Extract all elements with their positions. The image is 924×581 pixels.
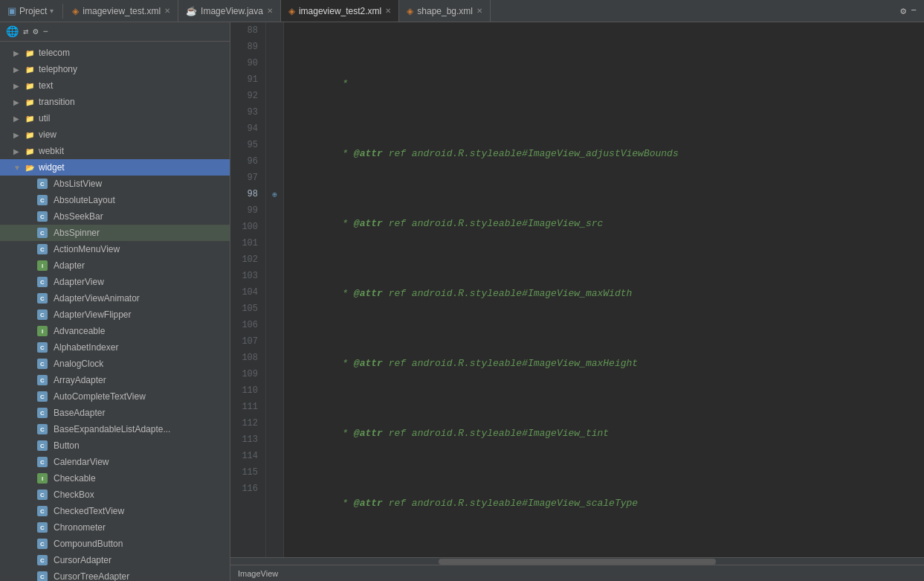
tab-label: ImageView.java bbox=[201, 6, 263, 16]
settings-icon[interactable]: ⚙ bbox=[900, 5, 906, 17]
line-num: 107 bbox=[236, 333, 258, 350]
split-icon[interactable]: ⇄ bbox=[23, 26, 28, 37]
sidebar-item-label: CursorAdapter bbox=[54, 555, 112, 565]
sidebar-item-label: CompoundButton bbox=[54, 539, 123, 549]
sidebar-item-adapterviewanimator[interactable]: ▶ C AdapterViewAnimator bbox=[0, 290, 230, 306]
minimize-icon[interactable]: − bbox=[42, 27, 48, 37]
sidebar-item-baseexpandablelistadapter[interactable]: ▶ C BaseExpandableListAdapte... bbox=[0, 421, 230, 437]
code-line: * @attr ref android.R.styleable#ImageVie… bbox=[290, 426, 924, 442]
close-icon[interactable]: ✕ bbox=[164, 7, 170, 15]
line-numbers: 88 89 90 91 92 93 94 95 96 97 98 99 100 … bbox=[230, 22, 266, 557]
sidebar-item-adapterviewflipper[interactable]: ▶ C AdapterViewFlipper bbox=[0, 306, 230, 323]
sidebar-item-label: widget bbox=[39, 162, 65, 173]
code-token: * bbox=[290, 495, 354, 512]
project-panel-tab[interactable]: ▣ Project ▾ bbox=[0, 0, 61, 22]
globe-icon[interactable]: 🌐 bbox=[6, 25, 19, 38]
line-num: 99 bbox=[236, 202, 258, 219]
close-icon[interactable]: ✕ bbox=[267, 7, 273, 15]
class-icon: C bbox=[37, 309, 48, 320]
sidebar-item-view[interactable]: ▶ 📁 view bbox=[0, 126, 230, 143]
close-icon[interactable]: ✕ bbox=[385, 7, 391, 15]
sidebar-item-telephony[interactable]: ▶ 📁 telephony bbox=[0, 61, 230, 77]
code-content[interactable]: 88 89 90 91 92 93 94 95 96 97 98 99 100 … bbox=[230, 22, 924, 557]
sidebar-item-advanceable[interactable]: ▶ I Advanceable bbox=[0, 323, 230, 339]
sidebar-item-cursoradapter[interactable]: ▶ C CursorAdapter bbox=[0, 552, 230, 568]
sidebar-item-webkit[interactable]: ▶ 📁 webkit bbox=[0, 143, 230, 159]
sidebar-item-compoundbutton[interactable]: ▶ C CompoundButton bbox=[0, 536, 230, 552]
sidebar-item-adapter[interactable]: ▶ I Adapter bbox=[0, 257, 230, 274]
sidebar-item-checkbox[interactable]: ▶ C CheckBox bbox=[0, 487, 230, 503]
folder-icon: 📁 bbox=[24, 129, 36, 141]
class-icon: C bbox=[37, 489, 48, 500]
sidebar-item-label: BaseAdapter bbox=[54, 408, 105, 418]
sidebar-item-label: webkit bbox=[39, 146, 64, 156]
sidebar-item-arrayadapter[interactable]: ▶ C ArrayAdapter bbox=[0, 372, 230, 388]
sidebar-item-label: AnalogClock bbox=[54, 359, 103, 369]
code-line: * @attr ref android.R.styleable#ImageVie… bbox=[290, 356, 924, 372]
horizontal-scrollbar[interactable] bbox=[230, 557, 924, 565]
sidebar-item-label: AdapterView bbox=[54, 277, 104, 287]
xml-icon: ◈ bbox=[72, 6, 79, 16]
sidebar-item-text[interactable]: ▶ 📁 text bbox=[0, 77, 230, 94]
line-num: 115 bbox=[236, 464, 258, 481]
project-label: Project bbox=[19, 6, 47, 16]
folder-icon: 📁 bbox=[24, 96, 36, 108]
sidebar-item-abslistview[interactable]: ▶ C AbsListView bbox=[0, 176, 230, 192]
sidebar-item-checkedtextview[interactable]: ▶ C CheckedTextView bbox=[0, 503, 230, 519]
sidebar-item-util[interactable]: ▶ 📁 util bbox=[0, 110, 230, 126]
arrow-icon: ▶ bbox=[13, 115, 24, 123]
scrollbar-thumb[interactable] bbox=[439, 559, 716, 565]
sidebar-item-widget[interactable]: ▼ 📂 widget bbox=[0, 159, 230, 176]
code-token: * bbox=[290, 426, 354, 442]
gear-icon[interactable]: ⚙ bbox=[33, 26, 38, 37]
sidebar-item-absolutelayout[interactable]: ▶ C AbsoluteLayout bbox=[0, 192, 230, 208]
tab-imageview-test2-xml[interactable]: ◈ imageview_test2.xml ✕ bbox=[281, 0, 399, 22]
sidebar-item-button[interactable]: ▶ C Button bbox=[0, 437, 230, 454]
sidebar-item-adapterview[interactable]: ▶ C AdapterView bbox=[0, 274, 230, 290]
sidebar-item-actionmenuview[interactable]: ▶ C ActionMenuView bbox=[0, 241, 230, 257]
line-num: 101 bbox=[236, 235, 258, 251]
tab-label: imageview_test.xml bbox=[83, 6, 161, 16]
code-token: * bbox=[290, 216, 354, 232]
status-label: ImageView bbox=[238, 569, 278, 578]
sidebar-item-absseekbar[interactable]: ▶ C AbsSeekBar bbox=[0, 208, 230, 225]
minimize-icon[interactable]: − bbox=[911, 5, 917, 16]
sidebar-item-telecom[interactable]: ▶ 📁 telecom bbox=[0, 45, 230, 61]
code-token: * bbox=[290, 356, 354, 372]
sidebar-item-calendarview[interactable]: ▶ C CalendarView bbox=[0, 454, 230, 470]
sidebar-item-baseadapter[interactable]: ▶ C BaseAdapter bbox=[0, 405, 230, 421]
sidebar-item-label: BaseExpandableListAdapte... bbox=[54, 424, 170, 434]
class-icon: C bbox=[37, 293, 48, 304]
sidebar-item-absspinner[interactable]: ▶ C AbsSpinner bbox=[0, 225, 230, 241]
code-token: * bbox=[290, 76, 348, 92]
sidebar-item-alphabetindexer[interactable]: ▶ C AlphabetIndexer bbox=[0, 339, 230, 356]
class-icon: C bbox=[37, 342, 48, 353]
code-line: * @attr ref android.R.styleable#ImageVie… bbox=[290, 286, 924, 302]
tab-shape-bg-xml[interactable]: ◈ shape_bg.xml ✕ bbox=[399, 0, 491, 22]
tab-label: shape_bg.xml bbox=[417, 6, 473, 16]
code-line: * @attr ref android.R.styleable#ImageVie… bbox=[290, 146, 924, 162]
arrow-icon: ▼ bbox=[13, 164, 24, 172]
class-icon: C bbox=[37, 179, 48, 189]
sidebar-item-cursortreeadapter[interactable]: ▶ C CursorTreeAdapter bbox=[0, 568, 230, 581]
tab-imageview-java[interactable]: ☕ ImageView.java ✕ bbox=[178, 0, 281, 22]
folder-icon: 📁 bbox=[24, 80, 36, 92]
close-icon[interactable]: ✕ bbox=[476, 7, 482, 15]
line-num: 95 bbox=[236, 137, 258, 153]
tab-imageview-test-xml[interactable]: ◈ imageview_test.xml ✕ bbox=[65, 0, 178, 22]
interface-icon: I bbox=[37, 260, 48, 271]
tab-bar: ◈ imageview_test.xml ✕ ☕ ImageView.java … bbox=[65, 0, 893, 22]
folder-icon: 📁 bbox=[24, 145, 36, 157]
sidebar-item-label: AbsSeekBar bbox=[54, 211, 103, 222]
sidebar-item-chronometer[interactable]: ▶ C Chronometer bbox=[0, 519, 230, 536]
line-num: 96 bbox=[236, 153, 258, 170]
class-icon: C bbox=[37, 457, 48, 467]
sidebar-item-transition[interactable]: ▶ 📁 transition bbox=[0, 94, 230, 110]
sidebar-item-checkable[interactable]: ▶ I Checkable bbox=[0, 470, 230, 487]
folder-icon: 📁 bbox=[24, 63, 36, 75]
sidebar-item-analogclock[interactable]: ▶ C AnalogClock bbox=[0, 356, 230, 372]
code-lines[interactable]: * * @attr ref android.R.styleable#ImageV… bbox=[284, 22, 924, 557]
folder-icon: 📁 bbox=[24, 112, 36, 124]
chevron-icon: ▾ bbox=[50, 7, 54, 15]
sidebar-item-autocompletetextview[interactable]: ▶ C AutoCompleteTextView bbox=[0, 388, 230, 405]
